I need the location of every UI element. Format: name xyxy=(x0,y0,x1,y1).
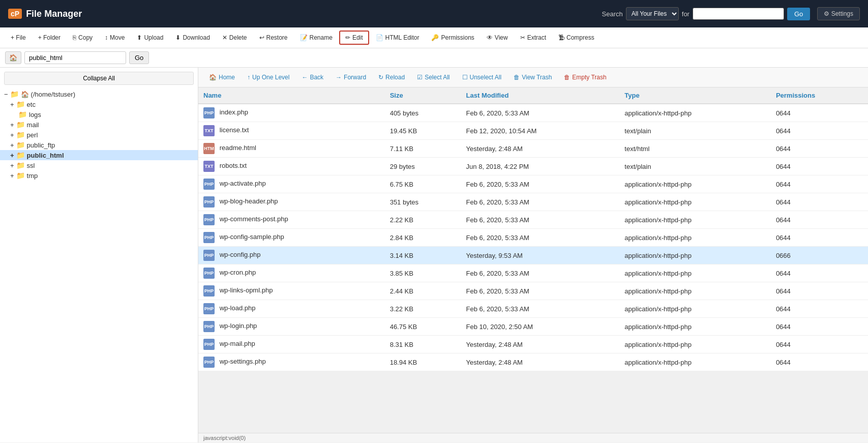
download-button[interactable]: ⬇ Download xyxy=(170,31,215,44)
file-name: wp-mail.php xyxy=(220,340,255,347)
file-modified: Feb 12, 2020, 10:54 AM xyxy=(461,122,620,140)
file-type: text/plain xyxy=(619,122,771,140)
tree-item-ssl[interactable]: + 📁 ssl xyxy=(0,160,198,170)
settings-button[interactable]: ⚙ Settings xyxy=(817,7,860,20)
table-row[interactable]: PHP wp-activate.php 6.75 KB Feb 6, 2020,… xyxy=(198,175,868,193)
search-label: Search xyxy=(602,10,623,18)
unselect-all-icon: ☐ xyxy=(462,74,468,81)
file-size: 19.45 KB xyxy=(385,122,461,140)
file-name-cell: PHP wp-blog-header.php xyxy=(198,193,385,211)
tree-public-ftp-label: public_ftp xyxy=(27,141,55,149)
file-modified: Yesterday, 2:48 AM xyxy=(461,353,620,371)
file-name: wp-config.php xyxy=(220,251,261,258)
col-modified[interactable]: Last Modified xyxy=(461,87,620,104)
table-row[interactable]: PHP wp-blog-header.php 351 bytes Feb 6, … xyxy=(198,193,868,211)
move-button[interactable]: ↕ Move xyxy=(99,31,130,44)
tree-item-public-html[interactable]: + 📁 public_html xyxy=(0,150,198,160)
file-permissions: 0644 xyxy=(771,264,868,282)
rename-button[interactable]: 📝 Rename xyxy=(294,31,338,44)
nav-forward-button[interactable]: → Forward xyxy=(330,71,372,84)
file-permissions: 0644 xyxy=(771,158,868,175)
table-row[interactable]: PHP wp-login.php 46.75 KB Feb 10, 2020, … xyxy=(198,318,868,336)
file-name: license.txt xyxy=(220,126,249,134)
nav-home-button[interactable]: 🏠 Home xyxy=(203,71,241,84)
tree-item-mail[interactable]: + 📁 mail xyxy=(0,120,198,130)
col-permissions[interactable]: Permissions xyxy=(771,87,868,104)
table-row[interactable]: TXT license.txt 19.45 KB Feb 12, 2020, 1… xyxy=(198,122,868,140)
file-type: application/x-httpd-php xyxy=(619,247,771,264)
file-name: wp-login.php xyxy=(220,322,257,330)
col-type[interactable]: Type xyxy=(619,87,771,104)
folder-icon: 📁 xyxy=(16,141,25,149)
table-row[interactable]: PHP wp-mail.php 8.31 KB Yesterday, 2:48 … xyxy=(198,336,868,353)
copy-button[interactable]: ⎘ Copy xyxy=(67,31,98,44)
new-folder-button[interactable]: + Folder xyxy=(33,31,66,44)
nav-back-button[interactable]: ← Back xyxy=(296,71,329,84)
file-type: application/x-httpd-php xyxy=(619,282,771,300)
empty-trash-icon: 🗑 xyxy=(564,74,570,81)
nav-select-all-button[interactable]: ☑ Select All xyxy=(411,71,455,84)
tree-item-logs[interactable]: 📁 logs xyxy=(0,109,198,120)
search-input[interactable] xyxy=(693,8,784,20)
reload-icon: ↻ xyxy=(378,74,383,81)
file-type-icon: PHP xyxy=(203,321,215,332)
plus-icon: + xyxy=(10,131,14,139)
file-modified: Feb 6, 2020, 5:33 AM xyxy=(461,175,620,193)
file-size: 18.94 KB xyxy=(385,353,461,371)
col-size[interactable]: Size xyxy=(385,87,461,104)
table-row[interactable]: PHP wp-config.php 3.14 KB Yesterday, 9:5… xyxy=(198,247,868,264)
file-type: application/x-httpd-php xyxy=(619,318,771,336)
new-file-button[interactable]: + File xyxy=(5,31,32,44)
file-type-icon: PHP xyxy=(203,250,215,261)
upload-icon: ⬆ xyxy=(137,34,142,41)
col-name[interactable]: Name xyxy=(198,87,385,104)
file-modified: Feb 6, 2020, 5:33 AM xyxy=(461,104,620,122)
search-scope-select[interactable]: All Your Files File Name File Content xyxy=(626,7,679,20)
nav-unselect-all-button[interactable]: ☐ Unselect All xyxy=(457,71,507,84)
file-name: wp-activate.php xyxy=(220,180,266,187)
table-header-row: Name Size Last Modified Type Permissions xyxy=(198,87,868,104)
nav-view-trash-button[interactable]: 🗑 View Trash xyxy=(508,71,557,84)
html-editor-button[interactable]: 📄 HTML Editor xyxy=(370,31,425,44)
file-size: 2.84 KB xyxy=(385,229,461,247)
nav-reload-button[interactable]: ↻ Reload xyxy=(373,71,410,84)
upload-button[interactable]: ⬆ Upload xyxy=(131,31,169,44)
tree-item-public-ftp[interactable]: + 📁 public_ftp xyxy=(0,140,198,150)
table-row[interactable]: PHP wp-config-sample.php 2.84 KB Feb 6, … xyxy=(198,229,868,247)
path-go-button[interactable]: Go xyxy=(129,51,149,64)
table-row[interactable]: PHP wp-links-opml.php 2.44 KB Feb 6, 202… xyxy=(198,282,868,300)
table-row[interactable]: PHP wp-load.php 3.22 KB Feb 6, 2020, 5:3… xyxy=(198,300,868,318)
table-row[interactable]: PHP index.php 405 bytes Feb 6, 2020, 5:3… xyxy=(198,104,868,122)
path-input[interactable] xyxy=(24,51,126,64)
edit-button[interactable]: ✏ Edit xyxy=(339,31,369,45)
collapse-all-button[interactable]: Collapse All xyxy=(4,72,194,85)
restore-button[interactable]: ↩ Restore xyxy=(254,31,293,44)
search-go-button[interactable]: Go xyxy=(787,8,810,20)
delete-button[interactable]: ✕ Delete xyxy=(217,31,253,44)
tree-item-etc[interactable]: + 📁 etc xyxy=(0,99,198,109)
file-type: text/html xyxy=(619,140,771,158)
delete-icon: ✕ xyxy=(222,34,227,41)
file-name-cell: PHP wp-config-sample.php xyxy=(198,229,385,247)
file-modified: Yesterday, 2:48 AM xyxy=(461,140,620,158)
nav-empty-trash-button[interactable]: 🗑 Empty Trash xyxy=(558,71,612,84)
file-size: 46.75 KB xyxy=(385,318,461,336)
compress-button[interactable]: 🗜 Compress xyxy=(553,31,600,44)
tree-item-root[interactable]: − 📁 🏠 (/home/tstuser) xyxy=(0,89,198,99)
view-button[interactable]: 👁 View xyxy=(481,31,514,44)
file-type-icon: PHP xyxy=(203,232,215,243)
table-row[interactable]: TXT robots.txt 29 bytes Jun 8, 2018, 4:2… xyxy=(198,158,868,175)
file-type-icon: PHP xyxy=(203,285,215,297)
extract-button[interactable]: ✂ Extract xyxy=(515,31,552,44)
permissions-button[interactable]: 🔑 Permissions xyxy=(426,31,480,44)
file-type: text/plain xyxy=(619,158,771,175)
file-type-icon: PHP xyxy=(203,214,215,225)
table-row[interactable]: PHP wp-cron.php 3.85 KB Feb 6, 2020, 5:3… xyxy=(198,264,868,282)
tree-item-tmp[interactable]: + 📁 tmp xyxy=(0,170,198,181)
table-row[interactable]: PHP wp-settings.php 18.94 KB Yesterday, … xyxy=(198,353,868,371)
tree-item-perl[interactable]: + 📁 perl xyxy=(0,130,198,140)
path-home-button[interactable]: 🏠 xyxy=(5,51,21,64)
nav-up-one-level-button[interactable]: ↑ Up One Level xyxy=(242,71,295,84)
table-row[interactable]: HTM readme.html 7.11 KB Yesterday, 2:48 … xyxy=(198,140,868,158)
table-row[interactable]: PHP wp-comments-post.php 2.22 KB Feb 6, … xyxy=(198,211,868,229)
